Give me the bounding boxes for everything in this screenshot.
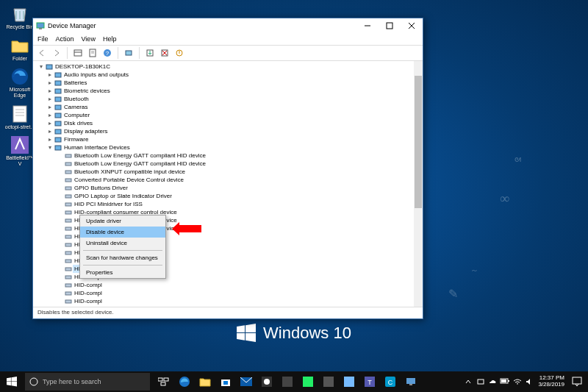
taskbar-app1[interactable] bbox=[257, 371, 276, 392]
desktop-icon-battlefield[interactable]: Battlefield™ V bbox=[4, 135, 35, 166]
task-view-button[interactable] bbox=[154, 371, 173, 392]
help-button[interactable]: ? bbox=[101, 47, 113, 59]
uninstall-button[interactable] bbox=[159, 47, 171, 59]
tray-battery-icon[interactable] bbox=[500, 377, 510, 386]
action-center-button[interactable] bbox=[569, 371, 585, 392]
tree-device[interactable]: Bluetooth Low Energy GATT compliant HID … bbox=[36, 152, 423, 160]
start-button[interactable] bbox=[0, 371, 24, 392]
scan-button[interactable] bbox=[123, 47, 135, 59]
show-hidden-button[interactable] bbox=[72, 47, 84, 59]
svg-point-61 bbox=[30, 378, 37, 385]
menu-view[interactable]: View bbox=[82, 35, 96, 43]
tree-device[interactable]: Bluetooth Low Energy GATT compliant HID … bbox=[36, 160, 423, 168]
tray-chevron[interactable] bbox=[465, 378, 472, 385]
taskbar-store[interactable] bbox=[216, 371, 235, 392]
context-menu-item[interactable]: Update driver bbox=[80, 215, 165, 227]
tree-category[interactable]: ▸Biometric devices bbox=[36, 87, 423, 95]
tree-category[interactable]: ▸Firmware bbox=[36, 135, 423, 143]
tree-device[interactable]: Converted Portable Device Control device bbox=[36, 176, 423, 184]
desktop-icon-edge[interactable]: Microsoft Edge bbox=[4, 67, 35, 98]
taskbar-chat[interactable]: C bbox=[381, 371, 400, 392]
hid-device-icon bbox=[64, 249, 73, 257]
tree-category[interactable]: ▸Disk drives bbox=[36, 119, 423, 127]
tree-category[interactable]: ▸Display adapters bbox=[36, 127, 423, 135]
properties-button[interactable] bbox=[87, 47, 98, 59]
svg-rect-43 bbox=[65, 235, 71, 238]
back-button[interactable] bbox=[36, 47, 48, 59]
tree-device[interactable]: HID-compl bbox=[36, 297, 423, 305]
taskbar-edge[interactable] bbox=[175, 371, 194, 392]
clock[interactable]: 12:37 PM 3/28/2019 bbox=[538, 375, 564, 388]
status-bar: Disables the selected device. bbox=[33, 307, 423, 318]
tree-root[interactable]: ▾DESKTOP-1B30K1C bbox=[36, 63, 423, 71]
tree-category[interactable]: ▸Batteries bbox=[36, 79, 423, 87]
tray-icon[interactable] bbox=[476, 377, 485, 386]
svg-rect-49 bbox=[65, 284, 71, 287]
taskbar-app4[interactable] bbox=[319, 371, 338, 392]
svg-rect-71 bbox=[282, 377, 293, 387]
tree-device[interactable]: HID PCI Minidriver for ISS bbox=[36, 200, 423, 208]
tree-category[interactable]: ▸Computer bbox=[36, 111, 423, 119]
context-menu-item[interactable]: Scan for hardware changes bbox=[80, 252, 165, 263]
close-button[interactable] bbox=[401, 18, 423, 33]
folder-icon bbox=[10, 36, 29, 55]
taskbar-explorer[interactable] bbox=[196, 371, 215, 392]
tree-category[interactable]: ▾Human Interface Devices bbox=[36, 143, 423, 152]
svg-rect-28 bbox=[55, 113, 61, 118]
update-driver-button[interactable] bbox=[144, 47, 156, 59]
tree-device[interactable]: HID-compl bbox=[36, 289, 423, 297]
scrollbar-thumb[interactable] bbox=[415, 76, 422, 208]
minimize-button[interactable] bbox=[356, 18, 379, 33]
tree-device[interactable]: GPIO Buttons Driver bbox=[36, 184, 423, 192]
menu-file[interactable]: File bbox=[37, 35, 49, 43]
taskbar-app5[interactable] bbox=[340, 371, 359, 392]
desktop-icon-octopi[interactable]: octopi-stret... bbox=[4, 104, 35, 130]
computer-icon bbox=[45, 63, 54, 71]
tray-onedrive-icon[interactable] bbox=[488, 377, 497, 386]
window-title: Device Manager bbox=[48, 22, 356, 29]
tree-category[interactable]: ▸Bluetooth bbox=[36, 95, 423, 103]
svg-rect-46 bbox=[65, 260, 71, 263]
taskbar-devmgr[interactable] bbox=[401, 371, 420, 392]
taskbar-teams[interactable]: T bbox=[360, 371, 379, 392]
tree-category[interactable]: ▸Cameras bbox=[36, 103, 423, 111]
svg-rect-48 bbox=[65, 276, 71, 279]
svg-rect-37 bbox=[65, 187, 71, 190]
disable-button[interactable] bbox=[173, 47, 185, 59]
svg-rect-45 bbox=[65, 252, 71, 254]
tray-wifi-icon[interactable] bbox=[513, 377, 522, 386]
tree-device[interactable]: GPIO Laptop or Slate Indicator Driver bbox=[36, 192, 423, 200]
svg-rect-24 bbox=[55, 81, 61, 85]
desktop-icon-recycle-bin[interactable]: Recycle Bin bbox=[4, 4, 35, 30]
desktop-icon-label: octopi-stret... bbox=[5, 124, 35, 130]
svg-rect-47 bbox=[65, 268, 71, 271]
tree-device[interactable]: HID-compl bbox=[36, 305, 423, 307]
maximize-button[interactable] bbox=[379, 18, 401, 33]
tree-device[interactable]: HID-compl bbox=[36, 281, 423, 289]
file-icon bbox=[10, 104, 29, 124]
taskbar-app2[interactable] bbox=[278, 371, 297, 392]
hid-device-icon bbox=[64, 306, 73, 307]
tray-volume-icon[interactable] bbox=[525, 377, 534, 386]
svg-rect-25 bbox=[55, 89, 61, 93]
titlebar[interactable]: Device Manager bbox=[33, 18, 423, 33]
taskbar-app3[interactable] bbox=[298, 371, 318, 392]
tree-category[interactable]: ▸Audio inputs and outputs bbox=[36, 71, 423, 79]
search-box[interactable]: Type here to search bbox=[25, 373, 150, 391]
menu-help[interactable]: Help bbox=[103, 35, 117, 43]
menu-action[interactable]: Action bbox=[56, 35, 74, 43]
desktop-icon-folder[interactable]: Folder bbox=[4, 36, 35, 62]
svg-rect-51 bbox=[65, 300, 71, 303]
forward-button[interactable] bbox=[51, 47, 62, 59]
svg-rect-73 bbox=[323, 377, 334, 387]
svg-rect-31 bbox=[55, 138, 61, 142]
svg-rect-4 bbox=[39, 28, 42, 29]
context-menu-item[interactable]: Uninstall device bbox=[80, 238, 165, 249]
scrollbar[interactable] bbox=[414, 61, 423, 307]
svg-rect-9 bbox=[74, 50, 82, 56]
tree-device[interactable]: Bluetooth XINPUT compatible input device bbox=[36, 168, 423, 176]
recycle-bin-icon bbox=[10, 4, 29, 24]
context-menu-item[interactable]: Disable device bbox=[80, 227, 165, 238]
taskbar-mail[interactable] bbox=[237, 371, 256, 392]
context-menu-item[interactable]: Properties bbox=[80, 267, 165, 278]
